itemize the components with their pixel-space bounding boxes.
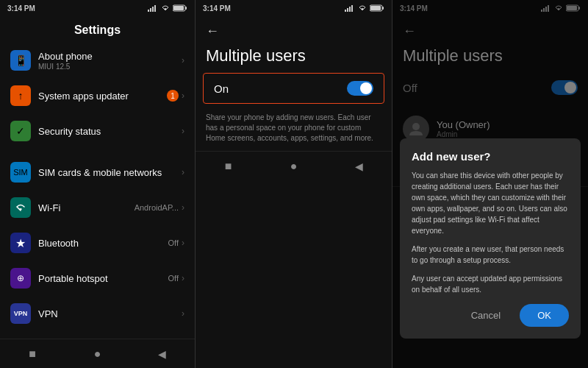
security-label: Security status [38, 126, 182, 137]
sim-label: SIM cards & mobile networks [38, 167, 182, 178]
chevron-icon: › [182, 55, 184, 66]
svg-rect-1 [150, 8, 151, 12]
back-button-2[interactable]: ◀ [348, 155, 370, 177]
bluetooth-label: Bluetooth [38, 238, 168, 249]
dialog-body-3: Any user can accept updated app permissi… [412, 273, 569, 295]
toggle-row[interactable]: On [203, 73, 384, 104]
svg-rect-3 [154, 5, 156, 12]
sidebar-item-system-apps[interactable]: ↑ System apps updater 1 › [0, 78, 195, 113]
wifi-icon-2 [358, 4, 367, 12]
about-sublabel: MIUI 12.5 [38, 63, 182, 71]
wifi-value: AndroidAP... [135, 203, 179, 212]
signal-icon-2 [345, 4, 355, 12]
svg-rect-10 [351, 5, 353, 12]
svg-rect-8 [347, 8, 348, 12]
time-1: 3:14 PM [7, 4, 35, 13]
battery-icon [173, 4, 187, 12]
status-icons-2 [345, 4, 384, 12]
sidebar-item-vpn[interactable]: VPN VPN › [0, 296, 195, 331]
svg-rect-5 [185, 7, 187, 10]
add-user-dialog: Add new user? You can share this device … [400, 138, 581, 339]
panel-multiple-users: 3:14 PM ← Multiple users On Share your p… [196, 0, 392, 368]
circle-button-2[interactable]: ● [283, 155, 305, 177]
battery-icon-2 [370, 4, 384, 12]
system-apps-icon: ↑ [10, 85, 31, 106]
status-bar-1: 3:14 PM [0, 0, 195, 16]
svg-rect-7 [345, 10, 346, 12]
dialog-body-1: You can share this device with other peo… [412, 170, 569, 236]
status-bar-2: 3:14 PM [196, 0, 392, 16]
svg-rect-12 [382, 7, 384, 10]
bluetooth-value: Off [168, 238, 179, 247]
panel-add-user: 3:14 PM ← Multiple users Off You (Owner)… [392, 0, 588, 368]
toggle-label: On [214, 82, 229, 95]
wifi-menu-icon [10, 197, 31, 218]
svg-rect-9 [349, 7, 351, 12]
settings-list: 📱 About phone MIUI 12.5 › ↑ System apps … [0, 43, 195, 339]
svg-rect-0 [148, 10, 149, 12]
bottom-nav-1: ■ ● ◀ [0, 339, 195, 368]
chevron-icon: › [182, 202, 184, 213]
dialog-body-2: After you create a new user, that person… [412, 244, 569, 266]
time-2: 3:14 PM [203, 4, 231, 13]
chevron-icon: › [182, 273, 184, 283]
sidebar-item-bluetooth[interactable]: ★ Bluetooth Off › [0, 225, 195, 261]
dialog-title: Add new user? [412, 150, 569, 163]
chevron-icon: › [182, 167, 184, 177]
sidebar-item-security[interactable]: ✓ Security status › [0, 113, 195, 149]
chevron-icon: › [182, 91, 184, 101]
wifi-label: Wi-Fi [38, 202, 135, 213]
dialog-overlay: Add new user? You can share this device … [392, 0, 588, 368]
chevron-icon: › [182, 238, 184, 248]
sim-icon: SIM [10, 162, 31, 183]
security-icon: ✓ [10, 121, 31, 141]
ok-button[interactable]: OK [520, 304, 569, 327]
about-label: About phone [38, 51, 182, 62]
system-apps-label: System apps updater [38, 91, 167, 102]
svg-rect-2 [152, 7, 154, 12]
back-button[interactable]: ◀ [151, 343, 173, 365]
hotspot-label: Portable hotspot [38, 273, 168, 284]
cancel-button[interactable]: Cancel [459, 304, 512, 327]
vpn-label: VPN [38, 308, 182, 319]
circle-button[interactable]: ● [86, 343, 108, 365]
svg-rect-6 [173, 6, 184, 10]
panel2-title: Multiple users [196, 42, 392, 73]
signal-icon [148, 4, 158, 12]
dialog-buttons: Cancel OK [412, 304, 569, 327]
sidebar-item-sim[interactable]: SIM SIM cards & mobile networks › [0, 155, 195, 190]
square-button-2[interactable]: ■ [218, 155, 240, 177]
multiple-users-toggle[interactable] [347, 81, 373, 96]
chevron-icon: › [182, 308, 184, 319]
sidebar-item-connection[interactable]: ⟳ Connection & sharing › [0, 331, 195, 339]
about-icon: 📱 [10, 50, 31, 71]
back-arrow-2[interactable]: ← [196, 16, 392, 42]
sidebar-item-wifi[interactable]: Wi-Fi AndroidAP... › [0, 190, 195, 225]
settings-title: Settings [0, 16, 195, 43]
panel-settings: 3:14 PM Settings 📱 About phone MIUI 12.5… [0, 0, 196, 368]
bluetooth-icon: ★ [10, 233, 31, 253]
badge-1: 1 [167, 90, 179, 102]
vpn-icon: VPN [10, 303, 31, 324]
hotspot-icon: ⊕ [10, 268, 31, 289]
chevron-icon: › [182, 126, 184, 136]
svg-rect-13 [370, 6, 381, 10]
sidebar-item-about-phone[interactable]: 📱 About phone MIUI 12.5 › [0, 43, 195, 78]
hotspot-value: Off [168, 274, 179, 283]
bottom-nav-2: ■ ● ◀ [196, 151, 392, 180]
square-button[interactable]: ■ [21, 343, 43, 365]
sidebar-item-hotspot[interactable]: ⊕ Portable hotspot Off › [0, 261, 195, 296]
wifi-icon [161, 4, 170, 12]
status-icons-1 [148, 4, 187, 12]
description-text: Share your phone by adding new users. Ea… [196, 113, 392, 151]
